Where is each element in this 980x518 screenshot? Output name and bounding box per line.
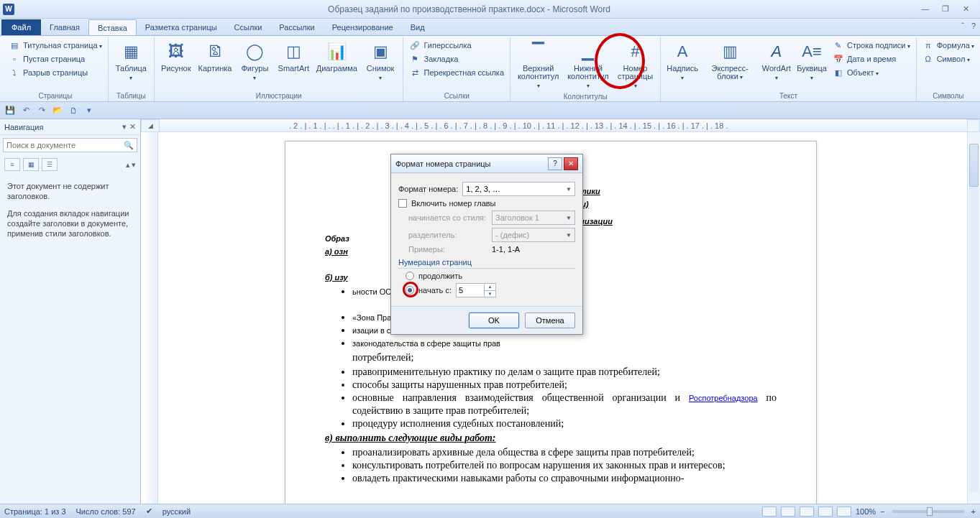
tab-review[interactable]: Рецензирование	[324, 19, 402, 35]
crossref-button[interactable]: ⇄Перекрестная ссылка	[408, 66, 505, 79]
scrollbar-thumb[interactable]	[969, 144, 979, 187]
close-icon[interactable]: ✕	[960, 4, 971, 14]
chart-button[interactable]: 📊Диаграмма	[314, 39, 360, 74]
zoom-out-icon[interactable]: −	[880, 507, 884, 516]
status-page[interactable]: Страница: 1 из 3	[4, 507, 66, 516]
list-item: законодательства в сфере защиты прав	[352, 337, 777, 350]
new-icon[interactable]: 🗋	[68, 105, 79, 116]
search-input[interactable]	[4, 139, 121, 152]
ribbon-help-icons: ˆ ?	[961, 22, 976, 30]
redo-icon[interactable]: ↷	[36, 105, 47, 116]
bookmark-button[interactable]: ⚑Закладка	[408, 52, 505, 65]
wordart-button[interactable]: AWordArt	[761, 39, 793, 83]
cover-page-button[interactable]: ▤Титульная страница	[7, 39, 104, 52]
hyperlink-button[interactable]: 🔗Гиперссылка	[408, 39, 505, 52]
search-icon[interactable]: 🔍	[121, 139, 137, 152]
nav-close-icon[interactable]: ✕	[129, 122, 136, 131]
clipart-button[interactable]: 🖻Картинка	[196, 39, 234, 74]
shapes-button[interactable]: ◯Фигуры	[237, 39, 273, 83]
object-icon: ◧	[833, 67, 844, 78]
ok-button[interactable]: OK	[469, 313, 519, 328]
page-number-button[interactable]: #Номер страницы	[615, 39, 656, 91]
dialog-titlebar[interactable]: Формат номера страницы ? ✕	[391, 154, 582, 173]
tab-file[interactable]: Файл	[1, 19, 41, 35]
tab-pagelayout[interactable]: Разметка страницы	[137, 19, 226, 35]
view-outline[interactable]	[818, 507, 833, 517]
ribbon-minimize-icon[interactable]: ˆ	[961, 22, 964, 30]
view-draft[interactable]	[837, 507, 851, 517]
ruler-corner[interactable]: ◢	[141, 119, 160, 132]
restore-icon[interactable]: ❐	[940, 4, 951, 14]
zoom-slider-knob[interactable]	[927, 507, 933, 516]
spin-up-icon[interactable]: ▲	[485, 284, 495, 291]
equation-button[interactable]: πФормула	[921, 39, 976, 52]
save-icon[interactable]: 💾	[4, 105, 16, 116]
dialog-close-icon[interactable]: ✕	[564, 157, 578, 170]
nav-next-icon[interactable]: ▾	[132, 160, 136, 170]
object-button[interactable]: ◧Объект	[831, 66, 912, 79]
footer-button[interactable]: ▁Нижний колонтитул	[564, 39, 611, 91]
table-button[interactable]: ▦ Таблица	[113, 39, 150, 83]
blank-page-button[interactable]: ▫Пустая страница	[7, 52, 104, 65]
divider	[398, 268, 575, 269]
header-button[interactable]: ▔Верхний колонтитул	[515, 39, 562, 91]
word-app-icon: W	[3, 4, 14, 15]
startat-input[interactable]	[457, 284, 484, 297]
cancel-button[interactable]: Отмена	[525, 313, 575, 328]
nav-view-pages[interactable]: ▦	[23, 158, 39, 171]
tab-insert[interactable]: Вставка	[88, 19, 137, 35]
open-icon[interactable]: 📂	[52, 105, 63, 116]
group-tables: ▦ Таблица Таблицы	[109, 37, 155, 101]
spin-down-icon[interactable]: ▼	[485, 291, 495, 297]
zoom-level[interactable]: 100%	[856, 507, 876, 516]
zoom-slider[interactable]	[892, 510, 964, 513]
startat-spinner[interactable]: ▲▼	[456, 283, 496, 297]
tab-mailings[interactable]: Рассылки	[270, 19, 323, 35]
include-chapter-checkbox[interactable]	[398, 199, 407, 208]
view-web-layout[interactable]	[800, 507, 814, 517]
status-proofing-icon[interactable]: ✔	[146, 507, 152, 516]
signature-line-button[interactable]: ✎Строка подписи	[831, 39, 912, 52]
shapes-icon: ◯	[243, 40, 266, 63]
quickparts-button[interactable]: ▥Экспресс-блоки	[702, 39, 758, 83]
page-break-button[interactable]: ⤵Разрыв страницы	[7, 66, 104, 79]
status-words[interactable]: Число слов: 597	[76, 507, 136, 516]
view-fullscreen-reading[interactable]	[781, 507, 795, 517]
horizontal-ruler[interactable]: . 2 . | . 1 . | . . | . 1 . | . 2 . | . …	[160, 119, 967, 132]
date-icon: 📅	[833, 53, 844, 65]
vertical-ruler[interactable]	[145, 132, 158, 504]
format-combo[interactable]: 1, 2, 3, …▼	[462, 182, 575, 196]
zoom-in-icon[interactable]: +	[971, 507, 976, 516]
dropcap-button[interactable]: A≡Буквица	[795, 39, 828, 83]
startat-radio[interactable]	[406, 286, 414, 295]
picture-button[interactable]: 🖼Рисунок	[159, 39, 193, 74]
startat-row: начать с: ▲▼	[398, 283, 575, 297]
symbol-button[interactable]: ΩСимвол	[921, 52, 976, 65]
undo-icon[interactable]: ↶	[20, 105, 32, 116]
nav-dropdown-icon[interactable]: ▾	[122, 122, 127, 131]
qat-dropdown-icon[interactable]: ▾	[83, 105, 95, 116]
textbox-button[interactable]: AНадпись	[665, 39, 700, 83]
ruler-toggle[interactable]	[967, 119, 980, 132]
view-print-layout[interactable]	[762, 507, 777, 517]
screenshot-button[interactable]: ▣Снимок	[362, 39, 399, 83]
continue-radio[interactable]	[406, 272, 414, 280]
hyperlink-icon: 🔗	[409, 40, 421, 51]
tab-view[interactable]: Вид	[402, 19, 434, 35]
tab-home[interactable]: Главная	[41, 19, 88, 35]
group-label-illustrations: Иллюстрации	[159, 91, 399, 101]
vertical-scrollbar[interactable]	[967, 132, 980, 504]
nav-view-headings[interactable]: ≡	[4, 158, 20, 171]
smartart-button[interactable]: ◫SmartArt	[276, 39, 311, 74]
dialog-help-icon[interactable]: ?	[548, 157, 562, 170]
navigation-search[interactable]: 🔍	[3, 138, 137, 152]
nav-prev-icon[interactable]: ▴	[126, 160, 130, 170]
help-icon[interactable]: ?	[971, 22, 976, 30]
nav-view-results[interactable]: ☰	[42, 158, 58, 171]
minimize-icon[interactable]: ―	[920, 4, 931, 14]
continue-label: продолжить	[418, 272, 462, 280]
date-time-button[interactable]: 📅Дата и время	[831, 52, 912, 65]
tab-references[interactable]: Ссылки	[226, 19, 271, 35]
status-language[interactable]: русский	[162, 507, 191, 516]
separator-label: разделитель:	[408, 231, 487, 239]
